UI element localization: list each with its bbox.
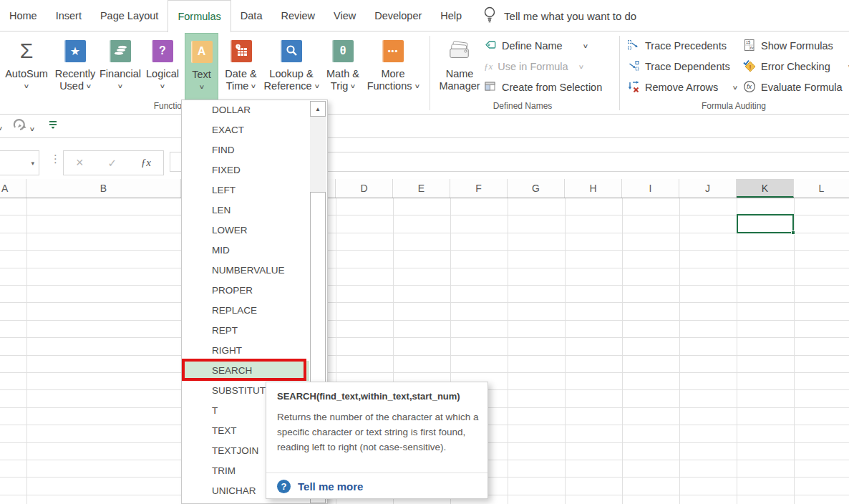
column-header-k-selected[interactable]: K <box>737 179 794 198</box>
fx-icon: ƒx <box>484 61 493 72</box>
tag-icon <box>484 39 497 52</box>
column-header-h[interactable]: H <box>565 179 622 198</box>
text-label: Text <box>192 68 211 81</box>
menu-item-proper[interactable]: PROPER <box>182 281 309 301</box>
math-trig-icon: θ <box>331 39 354 63</box>
tab-formulas[interactable]: Formulas <box>168 0 231 32</box>
menu-item-replace[interactable]: REPLACE <box>182 301 309 321</box>
column-header-b[interactable]: B <box>26 179 181 198</box>
text-icon: A <box>190 39 213 64</box>
more-functions-label: More <box>381 67 404 80</box>
tab-review[interactable]: Review <box>271 0 324 32</box>
resize-dots-icon[interactable]: ⋮ <box>50 152 61 165</box>
excel-window: Home Insert Page Layout Formulas Data Re… <box>0 0 849 504</box>
ribbon-display-options-icon[interactable] <box>47 118 59 134</box>
more-functions-icon: ••• <box>382 39 404 63</box>
cancel-icon[interactable]: × <box>76 155 84 170</box>
error-checking-icon: ! <box>743 59 756 74</box>
evaluate-formula-label: Evaluate Formula <box>761 82 843 93</box>
menu-item-lower[interactable]: LOWER <box>182 220 309 241</box>
ribbon: Σ AutoSum ∨ ★ Recently Used∨ Financial ∨… <box>0 32 849 115</box>
remove-arrows-button[interactable]: Remove Arrows ∨ <box>627 79 737 96</box>
grid-line <box>622 198 623 504</box>
tab-developer[interactable]: Developer <box>365 0 431 32</box>
tab-view[interactable]: View <box>324 0 365 32</box>
selected-cell-k2[interactable] <box>737 214 794 233</box>
column-header-j[interactable]: J <box>679 179 737 198</box>
column-header-e[interactable]: E <box>393 179 450 198</box>
remove-arrows-icon <box>627 81 640 94</box>
define-name-button[interactable]: Define Name ∨ <box>484 37 587 54</box>
menu-item-dollar[interactable]: DOLLAR <box>182 100 309 120</box>
column-header-a[interactable]: A <box>0 179 26 198</box>
menu-item-right[interactable]: RIGHT <box>182 341 309 361</box>
red-highlight-box <box>182 359 306 381</box>
ribbon-tab-bar: Home Insert Page Layout Formulas Data Re… <box>0 0 849 32</box>
menu-item-exact[interactable]: EXACT <box>182 120 309 140</box>
group-separator <box>619 36 620 110</box>
column-headers: A B D E F G H I J K L <box>0 179 849 198</box>
tab-insert[interactable]: Insert <box>47 0 91 32</box>
tab-page-layout[interactable]: Page Layout <box>91 0 168 32</box>
autosum-label: AutoSum <box>5 67 48 80</box>
redo-icon[interactable] <box>11 117 29 135</box>
help-question-icon: ? <box>277 480 291 493</box>
show-formulas-button[interactable]: 15fx Show Formulas <box>743 37 833 54</box>
insert-function-icon[interactable]: ƒx <box>141 157 151 169</box>
menu-item-len[interactable]: LEN <box>182 200 309 220</box>
error-checking-label: Error Checking <box>761 61 830 72</box>
column-header-d[interactable]: D <box>336 179 393 198</box>
use-in-formula-button[interactable]: ƒx Use in Formula ∨ <box>484 58 583 75</box>
tell-me-box[interactable]: Tell me what you want to do <box>482 0 636 32</box>
chevron-down-icon: ▾ <box>31 160 34 167</box>
enter-icon[interactable]: ✓ <box>107 157 117 170</box>
grid-selection-icon <box>484 81 497 94</box>
scroll-up-arrow-icon[interactable]: ▲ <box>310 101 326 117</box>
tab-help[interactable]: Help <box>431 0 471 32</box>
tab-data[interactable]: Data <box>231 0 272 32</box>
chevron-down-icon: ∨ <box>578 64 584 70</box>
use-in-formula-label: Use in Formula <box>498 61 568 72</box>
lightbulb-icon <box>482 6 497 26</box>
logical-label: Logical <box>146 67 179 80</box>
grid-line <box>679 198 680 504</box>
tooltip-title: SEARCH(find_text,within_text,start_num) <box>277 391 477 402</box>
column-header-l[interactable]: L <box>794 179 849 198</box>
chevron-down-icon[interactable]: ∨ <box>0 120 2 133</box>
math-trig-label: Math & <box>326 67 359 80</box>
fill-handle[interactable] <box>791 231 795 235</box>
chevron-down-icon: ∨ <box>117 80 124 92</box>
menu-item-fixed[interactable]: FIXED <box>182 160 309 180</box>
create-from-selection-button[interactable]: Create from Selection <box>484 79 602 96</box>
chevron-down-icon: ∨ <box>582 43 588 49</box>
tell-me-more-link[interactable]: Tell me more <box>298 480 363 493</box>
error-checking-button[interactable]: ! Error Checking ∨ <box>743 58 849 75</box>
trace-precedents-icon <box>627 39 640 53</box>
chevron-down-icon: ∨ <box>198 81 205 93</box>
grid-line <box>794 198 795 504</box>
formula-auditing-group-label: Formula Auditing <box>666 101 802 111</box>
evaluate-formula-button[interactable]: fx Evaluate Formula <box>743 79 843 96</box>
tab-home[interactable]: Home <box>0 0 47 32</box>
define-name-label: Define Name <box>502 40 563 52</box>
grid-line <box>26 198 27 504</box>
menu-item-find[interactable]: FIND <box>182 140 309 160</box>
recently-used-label: Recently <box>55 67 95 80</box>
menu-item-left[interactable]: LEFT <box>182 180 309 200</box>
name-box[interactable]: ▾ <box>0 150 39 175</box>
tooltip-body: Returns the number of the character at w… <box>277 410 481 455</box>
create-from-selection-label: Create from Selection <box>502 82 602 93</box>
svg-text:fx: fx <box>747 83 752 90</box>
menu-item-mid[interactable]: MID <box>182 241 309 261</box>
date-time-label: Date & <box>225 67 256 80</box>
menu-item-numbervalue[interactable]: NUMBERVALUE <box>182 261 309 281</box>
column-header-f[interactable]: F <box>450 179 508 198</box>
trace-precedents-button[interactable]: Trace Precedents <box>627 37 727 54</box>
show-formulas-icon: 15fx <box>743 39 756 54</box>
menu-item-rept[interactable]: REPT <box>182 321 309 341</box>
trace-dependents-button[interactable]: Trace Dependents <box>627 58 730 75</box>
column-header-i[interactable]: I <box>622 179 679 198</box>
column-header-g[interactable]: G <box>508 179 565 198</box>
chevron-down-icon[interactable]: ∨ <box>30 121 34 134</box>
chevron-down-icon: ∨ <box>350 80 356 92</box>
